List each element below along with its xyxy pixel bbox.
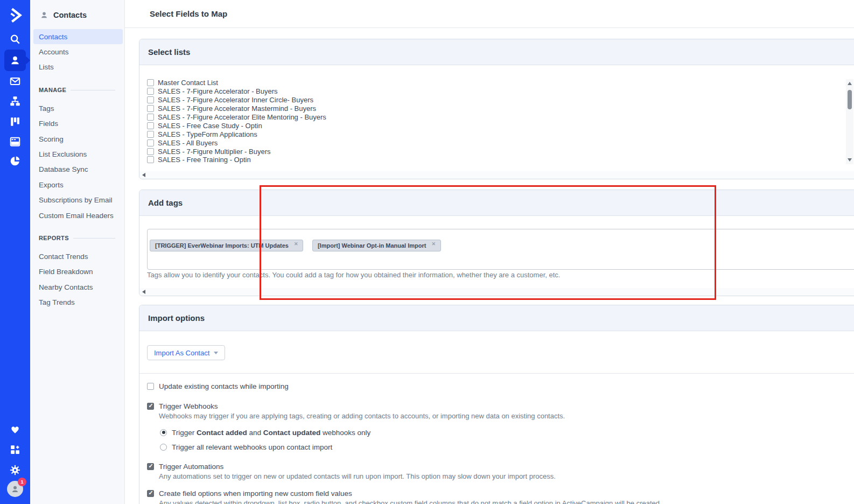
sidebar-item-database-sync[interactable]: Database Sync bbox=[30, 162, 125, 177]
import-options-header: Import options bbox=[139, 305, 854, 331]
list-label: SALES - Free Training - Optin bbox=[158, 156, 251, 164]
horizontal-scrollbar[interactable] bbox=[139, 288, 854, 296]
select-lists-panel: Select lists Master Contact List SALES -… bbox=[139, 39, 854, 179]
list-label: SALES - 7-Figure Accelerator Inner Circl… bbox=[158, 96, 313, 104]
sidebar-item-subscriptions-by-email[interactable]: Subscriptions by Email bbox=[30, 193, 125, 208]
campaigns-icon[interactable] bbox=[9, 75, 22, 88]
add-tags-title: Add tags bbox=[148, 198, 183, 207]
sidebar-item-lists[interactable]: Lists bbox=[30, 60, 125, 75]
activecampaign-logo-icon[interactable] bbox=[5, 4, 25, 24]
tags-input[interactable]: [TRIGGER] EverWebinar Imports: UTM Updat… bbox=[147, 229, 854, 270]
import-options-title: Import options bbox=[148, 313, 205, 323]
contacts-icon[interactable] bbox=[9, 54, 22, 67]
scroll-down-icon[interactable] bbox=[848, 158, 852, 162]
lists-scroll-area[interactable]: Master Contact List SALES - 7-Figure Acc… bbox=[139, 65, 854, 171]
account-avatar[interactable]: 1 bbox=[7, 481, 23, 497]
tag-pill: [Import] Webinar Opt-in Manual Import bbox=[312, 240, 441, 251]
sidebar-item-fields[interactable]: Fields bbox=[30, 116, 125, 131]
list-label: SALES - Free Case Study - Optin bbox=[158, 122, 262, 130]
trigger-automations-checkbox[interactable] bbox=[147, 463, 154, 470]
list-checkbox[interactable] bbox=[147, 156, 154, 163]
option-label: Trigger Automations bbox=[159, 463, 223, 471]
list-label: SALES - 7-Figure Accelerator Elite Mento… bbox=[158, 113, 326, 121]
update-existing-checkbox[interactable] bbox=[147, 383, 154, 390]
list-item: SALES - 7-Figure Accelerator - Buyers bbox=[147, 87, 854, 96]
list-item: SALES - 7-Figure Accelerator Mastermind … bbox=[147, 104, 854, 113]
sidebar-item-field-breakdown[interactable]: Field Breakdown bbox=[30, 264, 125, 279]
app-rail: 1 bbox=[0, 0, 30, 504]
list-item: SALES - 7-Figure Accelerator Inner Circl… bbox=[147, 96, 854, 104]
option-update-existing: Update existing contacts while importing bbox=[147, 382, 848, 390]
list-checkbox[interactable] bbox=[147, 105, 154, 112]
sidebar-item-scoring[interactable]: Scoring bbox=[30, 131, 125, 146]
list-item: SALES - 7-Figure Multiplier - Buyers bbox=[147, 147, 854, 156]
webhook-radio[interactable] bbox=[160, 429, 167, 436]
list-checkbox[interactable] bbox=[147, 114, 154, 121]
deals-icon[interactable] bbox=[9, 115, 22, 128]
list-checkbox[interactable] bbox=[147, 131, 154, 138]
scroll-left-icon[interactable] bbox=[142, 173, 145, 177]
list-checkbox[interactable] bbox=[147, 79, 154, 86]
list-item: SALES - TypeForm Applications bbox=[147, 130, 854, 138]
sidebar-title: Contacts bbox=[53, 11, 87, 19]
list-checkbox[interactable] bbox=[147, 122, 154, 129]
webhook-radio[interactable] bbox=[160, 444, 167, 451]
list-item: SALES - Free Training - Optin bbox=[147, 156, 854, 164]
section-heading-manage: MANAGE bbox=[30, 85, 115, 95]
sidebar-item-nearby-contacts[interactable]: Nearby Contacts bbox=[30, 279, 125, 295]
trigger-webhooks-checkbox[interactable] bbox=[147, 403, 154, 410]
sidebar-item-custom-email-headers[interactable]: Custom Email Headers bbox=[30, 208, 125, 223]
list-label: SALES - 7-Figure Multiplier - Buyers bbox=[158, 148, 271, 156]
add-tags-panel: Add tags [TRIGGER] EverWebinar Imports: … bbox=[139, 190, 854, 296]
tag-pill: [TRIGGER] EverWebinar Imports: UTM Updat… bbox=[150, 240, 303, 251]
main-content: Select Fields to Map Select lists Master… bbox=[125, 0, 854, 504]
import-as-dropdown[interactable]: Import As Contact bbox=[147, 345, 225, 360]
scroll-left-icon[interactable] bbox=[142, 290, 145, 294]
scrollbar-thumb[interactable] bbox=[848, 90, 852, 109]
add-tags-header: Add tags bbox=[139, 190, 854, 216]
notification-badge: 1 bbox=[18, 478, 26, 486]
sidebar-item-list-exclusions[interactable]: List Exclusions bbox=[30, 146, 125, 162]
list-checkbox[interactable] bbox=[147, 88, 154, 95]
sidebar-item-tags[interactable]: Tags bbox=[30, 101, 125, 116]
search-icon[interactable] bbox=[9, 33, 22, 46]
sidebar-item-contact-trends[interactable]: Contact Trends bbox=[30, 249, 125, 264]
import-options-panel: Import options Import As Contact Update … bbox=[139, 305, 854, 504]
select-lists-title: Select lists bbox=[148, 47, 190, 57]
option-label: Update existing contacts while importing bbox=[159, 382, 289, 390]
list-label: Master Contact List bbox=[158, 79, 218, 87]
radio-all-relevant-webhooks: Trigger all relevant webhooks upon conta… bbox=[160, 443, 848, 451]
list-label: SALES - 7-Figure Accelerator - Buyers bbox=[158, 87, 278, 95]
vertical-scrollbar[interactable] bbox=[846, 79, 853, 164]
sidebar-item-contacts[interactable]: Contacts bbox=[33, 29, 123, 44]
scroll-up-icon[interactable] bbox=[848, 82, 852, 85]
radio-contact-added-updated: Trigger Contact added and Contact update… bbox=[160, 428, 848, 437]
option-create-field-options: Create field options when importing new … bbox=[147, 489, 848, 498]
sidebar-item-tag-trends[interactable]: Tag Trends bbox=[30, 295, 125, 310]
create-field-options-checkbox[interactable] bbox=[147, 490, 154, 497]
list-checkbox[interactable] bbox=[147, 148, 154, 155]
remove-tag-icon[interactable] bbox=[431, 241, 436, 247]
list-item: Master Contact List bbox=[147, 79, 854, 87]
sidebar-item-exports[interactable]: Exports bbox=[30, 177, 125, 192]
option-label: Create field options when importing new … bbox=[159, 489, 352, 498]
list-checkbox[interactable] bbox=[147, 96, 154, 103]
sidebar-item-accounts[interactable]: Accounts bbox=[30, 44, 125, 59]
reports-icon[interactable] bbox=[9, 155, 22, 167]
automations-icon[interactable] bbox=[9, 95, 22, 108]
section-heading-reports: REPORTS bbox=[30, 233, 115, 243]
remove-tag-icon[interactable] bbox=[294, 241, 298, 247]
horizontal-scrollbar[interactable] bbox=[139, 171, 854, 179]
contacts-sidebar: Contacts Contacts Accounts Lists MANAGE … bbox=[30, 0, 125, 504]
option-description: Any automations set to trigger on new or… bbox=[159, 472, 848, 481]
list-label: SALES - TypeForm Applications bbox=[158, 130, 257, 138]
apps-icon[interactable] bbox=[9, 443, 22, 456]
forms-icon[interactable] bbox=[9, 135, 22, 148]
list-label: SALES - All Buyers bbox=[158, 139, 218, 147]
settings-gear-icon[interactable] bbox=[9, 464, 22, 477]
chevron-down-icon bbox=[214, 352, 218, 354]
import-as-label: Import As Contact bbox=[154, 349, 209, 357]
list-label: SALES - 7-Figure Accelerator Mastermind … bbox=[158, 104, 316, 113]
list-checkbox[interactable] bbox=[147, 139, 154, 146]
favorites-icon[interactable] bbox=[9, 423, 22, 436]
